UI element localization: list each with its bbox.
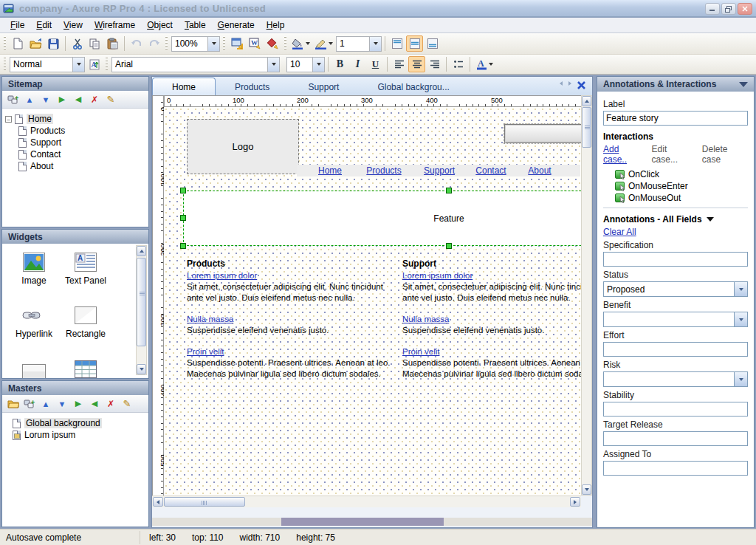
selection-handle[interactable] — [180, 243, 186, 249]
bold-button[interactable]: B — [331, 56, 348, 72]
move-down-button[interactable]: ▼ — [55, 397, 69, 411]
add-page-button[interactable]: + — [7, 93, 20, 106]
toolbar-grip[interactable] — [3, 36, 7, 51]
font-combobox[interactable]: Arial — [111, 57, 280, 72]
widget-image[interactable]: Image — [8, 251, 60, 286]
add-master-button[interactable]: + — [23, 397, 36, 411]
delete-case-link[interactable]: Delete case — [702, 144, 748, 165]
restore-button[interactable] — [721, 3, 736, 15]
add-case-link[interactable]: Add case.. — [603, 144, 645, 165]
wireframe-canvas[interactable]: Logo Home Products Support Contact About… — [164, 107, 581, 496]
align-left-button[interactable] — [391, 56, 408, 72]
wireframe-link[interactable]: Proin velit — [402, 346, 440, 357]
assigned-to-input[interactable] — [603, 461, 748, 476]
effort-input[interactable] — [603, 342, 748, 357]
scroll-left-button[interactable] — [153, 497, 163, 507]
tab-scroll-right-icon[interactable] — [568, 81, 571, 86]
clear-all-link[interactable]: Clear All — [603, 227, 636, 237]
wireframe-link[interactable]: Lorem ipsum dolor — [402, 270, 472, 281]
sitemap-item-products[interactable]: Products — [5, 125, 145, 137]
chevron-down-icon[interactable] — [734, 372, 747, 386]
scroll-up-button[interactable] — [137, 246, 146, 256]
benefit-select[interactable] — [603, 312, 748, 327]
toolbar-grip[interactable] — [105, 57, 109, 72]
wireframe-link[interactable]: Lorem ipsum dolor — [187, 270, 257, 281]
valign-bottom-button[interactable] — [424, 35, 441, 52]
toolbar-grip[interactable] — [165, 36, 169, 51]
new-folder-button[interactable] — [7, 397, 20, 411]
minimize-button[interactable] — [705, 3, 720, 15]
rename-master-button[interactable]: ✎ — [120, 397, 134, 411]
toolbar-grip[interactable] — [284, 36, 288, 51]
delete-page-button[interactable]: ✗ — [88, 93, 101, 106]
collapse-icon[interactable]: – — [5, 116, 12, 123]
menu-edit[interactable]: Edit — [30, 18, 58, 32]
menu-wireframe[interactable]: Wireframe — [89, 18, 141, 32]
toolbar-grip[interactable] — [222, 36, 227, 51]
nav-link-contact[interactable]: Contact — [475, 165, 506, 176]
widgets-scrollbar[interactable] — [136, 245, 147, 375]
valign-middle-button[interactable] — [406, 35, 423, 52]
tab-home[interactable]: Home — [152, 78, 216, 95]
fill-color-button[interactable] — [290, 35, 312, 52]
valign-top-button[interactable] — [388, 35, 405, 52]
font-color-button[interactable]: A — [473, 56, 497, 72]
wireframe-link[interactable]: Nulla massa — [402, 314, 449, 325]
outdent-button[interactable]: ◀ — [72, 93, 85, 106]
chevron-down-icon[interactable] — [207, 37, 219, 51]
wireframe-link[interactable]: Proin velit — [187, 346, 224, 357]
selection-handle[interactable] — [446, 188, 452, 193]
cut-button[interactable] — [69, 35, 86, 52]
redo-button[interactable] — [145, 35, 162, 52]
tab-support[interactable]: Support — [289, 79, 358, 95]
target-release-input[interactable] — [603, 431, 748, 446]
chevron-down-icon[interactable] — [734, 312, 747, 326]
chevron-down-icon[interactable] — [305, 42, 312, 45]
font-size-combobox[interactable]: 10 — [286, 57, 325, 72]
chevron-down-icon[interactable] — [267, 58, 279, 72]
tab-scroll-left-icon[interactable] — [560, 81, 563, 86]
nav-link-support[interactable]: Support — [424, 165, 455, 176]
search-field-placeholder[interactable] — [504, 124, 581, 143]
scroll-down-button[interactable] — [137, 364, 146, 374]
edit-styles-button[interactable]: A — [86, 56, 103, 72]
menu-view[interactable]: View — [58, 18, 89, 32]
save-button[interactable] — [45, 35, 62, 52]
panel-collapse-icon[interactable] — [739, 82, 748, 87]
chevron-down-icon[interactable] — [487, 63, 494, 66]
undo-button[interactable] — [128, 35, 145, 52]
edit-case-link[interactable]: Edit case... — [652, 144, 695, 165]
event-onclick[interactable]: OnClick — [615, 169, 748, 179]
canvas-vertical-scrollbar[interactable] — [581, 95, 592, 496]
open-button[interactable] — [27, 35, 44, 52]
support-column[interactable]: Support Lorem ipsum dolor Sit amet, cons… — [402, 258, 581, 390]
products-column[interactable]: Products Lorem ipsum dolor Sit amet, con… — [187, 258, 399, 390]
nav-link-about[interactable]: About — [528, 165, 551, 176]
menu-table[interactable]: Table — [179, 18, 212, 32]
close-button[interactable] — [738, 3, 752, 15]
indent-button[interactable]: ▶ — [72, 397, 85, 411]
widget-table[interactable] — [60, 358, 111, 378]
indent-button[interactable]: ▶ — [55, 93, 69, 106]
scrollbar-thumb[interactable] — [137, 258, 146, 346]
selection-handle[interactable] — [180, 188, 186, 193]
chevron-down-icon[interactable] — [72, 58, 84, 72]
specification-input[interactable] — [603, 252, 748, 267]
align-right-button[interactable] — [426, 56, 443, 72]
feature-widget-selected[interactable]: Feature — [183, 191, 581, 246]
menu-help[interactable]: Help — [261, 18, 291, 32]
generate-html-button[interactable] — [229, 35, 246, 52]
event-onmouseenter[interactable]: OnMouseEnter — [615, 181, 748, 191]
style-combobox[interactable]: Normal — [10, 57, 85, 72]
canvas-horizontal-scrollbar[interactable] — [152, 496, 581, 507]
close-tab-button[interactable] — [577, 80, 586, 92]
event-onmouseout[interactable]: OnMouseOut — [615, 193, 748, 203]
wireframe-link[interactable]: Nulla massa — [187, 314, 233, 325]
scrollbar-thumb[interactable] — [164, 497, 245, 507]
nav-link-products[interactable]: Products — [366, 165, 401, 176]
move-up-button[interactable]: ▲ — [39, 397, 52, 411]
all-fields-title[interactable]: Annotations - All Fields — [603, 214, 748, 224]
new-button[interactable] — [10, 35, 27, 52]
bullet-list-button[interactable] — [450, 56, 467, 72]
sitemap-item-about[interactable]: About — [5, 160, 145, 172]
